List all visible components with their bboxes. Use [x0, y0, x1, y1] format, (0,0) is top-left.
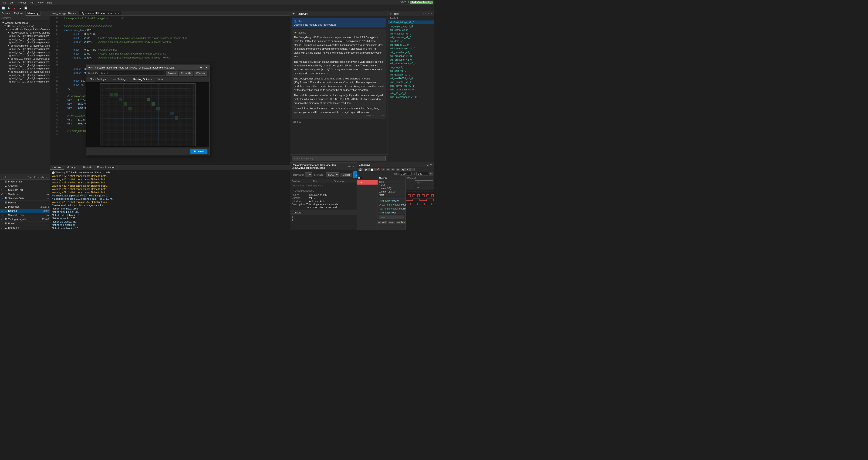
gtk-btn-cut[interactable]: ✂ [381, 168, 385, 171]
menu-project[interactable]: Project [17, 1, 27, 4]
rg-input-field[interactable] [292, 156, 386, 161]
task-sim-rtl[interactable]: ▷ ☷ Simulate RTL --- [0, 188, 50, 192]
tree-item-gen2-gf2[interactable]: gfmul_inv_u2 : gfmul_inv (gfmul.sv) [0, 80, 50, 83]
ip-item-interconnect[interactable]: axi_interconnect_v1_0 [388, 47, 434, 50]
tree-item-gen0-gf1[interactable]: gfmul_inv_u1 : gfmul_inv (gfmul.sv) [0, 51, 50, 54]
toolbar-stop[interactable]: ■ [18, 6, 23, 11]
task-sim-pnr[interactable]: ▷ ☷ Simulate PNR --- [0, 213, 50, 218]
toolbar-play[interactable]: ▶ [6, 6, 12, 11]
gtk-collapse-icon[interactable]: ▲ [427, 163, 429, 166]
menu-edit[interactable]: Edit [9, 1, 15, 4]
gtk-btn-zoom-fit-wave[interactable]: ⊞ [396, 168, 400, 171]
editor-tab-synth[interactable]: Synthesis - Utilization report ✕ [79, 11, 122, 16]
ip-item-axil-crossbar-v2[interactable]: axil_crossbar_v2_0 [388, 58, 434, 61]
gtk-append-btn[interactable]: Append [377, 221, 386, 224]
gtk-btn-prev[interactable]: ◀ [401, 168, 405, 171]
ip-item-async-fifo[interactable]: axi_async_fifo_v1_0 [388, 24, 434, 28]
gtk-btn-reload[interactable]: ↺ [410, 168, 414, 171]
task-placement[interactable]: ✓ ☷ Placement 243.535 [0, 205, 50, 209]
ip-item-axis-async-fifo[interactable]: axis_async_fifo_v0_1 [388, 84, 434, 88]
console-tab-compute[interactable]: Compute usage [95, 165, 118, 170]
tree-item-gen1[interactable]: ▼ genbk[1]/1_mixcol_u: InvMixCol slice..… [0, 57, 50, 60]
ip-item-axi-eio[interactable]: axi_eio_v0_1 [388, 65, 434, 69]
gtk-btn-copy[interactable]: 📋 [369, 168, 375, 171]
close-aes-tab[interactable]: ✕ [75, 12, 76, 15]
gtk-insert-btn[interactable]: Insert [388, 221, 396, 224]
gtk-expand-icon[interactable]: ▼ [430, 163, 432, 166]
toolbar-new[interactable]: 📄 [1, 6, 6, 11]
tree-item-gen0-gf2[interactable]: gfmul_inv_u2 : gfmul_inv (gfmul.sv) [0, 54, 50, 57]
prog-maximize-icon[interactable]: □ [350, 165, 352, 168]
vpr-close-btn[interactable]: ✕ [205, 66, 208, 69]
ip-item-crossbar-v1[interactable]: axi_crossbar_v1_0 [388, 32, 434, 35]
hardware-select[interactable] [305, 172, 312, 177]
task-synthesis[interactable]: ✓ ☷ Synthesis --- [0, 192, 50, 196]
prog-close-icon[interactable]: ✕ [353, 165, 355, 168]
ip-item-axil-crossbar-v01[interactable]: axil_crossbar_v0_1 [388, 50, 434, 54]
tree-item-gen0-gf0[interactable]: gfmul_inv_u0 : gfmul_inv (gfmul.sv) [0, 47, 50, 51]
vpr-net-settings-tab[interactable]: Net Settings [110, 77, 130, 82]
ip-item-axis-broadcast[interactable]: axis_broadcast_v1_0 [388, 88, 434, 91]
toolbar-stop-red[interactable]: ■ [12, 6, 17, 11]
task-power[interactable]: ▷ ☷ Power --- [0, 222, 50, 226]
task-packing[interactable]: ✓ ☷ Packing --- [0, 201, 50, 205]
gtk-btn-save[interactable]: 💾 [358, 168, 363, 171]
menu-view[interactable]: View [37, 1, 44, 4]
tab-hierarchy[interactable]: Hierarchy [26, 11, 40, 16]
tree-item-wrapper[interactable]: ▼ wrapper (wrapper.v) [0, 21, 50, 25]
menu-file[interactable]: File [1, 1, 7, 4]
tab-explorer[interactable]: Explorer [12, 11, 26, 16]
tree-item-gen0[interactable]: ▼ genbk[0]/mixcol_u: InvMixCol slice... [0, 44, 50, 47]
tree-item-gen1-gf0[interactable]: gfmul_inv_u0 : gfmul_inv (gfmul.sv) [0, 60, 50, 64]
ip-item-axis-adapter[interactable]: axis_adapter_v0_1 [388, 80, 434, 84]
task-bitstream[interactable]: ▷ ☷ Bitstream --- [0, 226, 50, 230]
tree-item-invmix[interactable]: ▼ InvMixColumns_u: InvMixColumns (InvMix… [0, 31, 50, 34]
task-timing[interactable]: ✓ ☷ Timing Analysis 239.02 [0, 218, 50, 222]
detect-btn[interactable]: Detect [341, 173, 352, 177]
vpr-maximize-btn[interactable]: □ [203, 66, 205, 69]
tree-item-gf1[interactable]: gfmul_inv_u1 : gfmul_inv (gfmul.sv) [0, 37, 50, 41]
gtk-btn-next[interactable]: ▶ [405, 168, 410, 171]
toolbar-save[interactable]: 💾 [23, 6, 28, 11]
console-content[interactable]: ⬤ Warning 417: Netlist connects net $fal… [50, 170, 290, 230]
tab-source[interactable]: Source [0, 11, 12, 16]
ip-item-dma[interactable]: axi_dma_v1_0 [388, 39, 434, 43]
tree-item-gen2-gf1[interactable]: gfmul_inv_u1 : gfmul_inv (gfmul.sv) [0, 77, 50, 80]
ip-item-crossbar-v2[interactable]: axi_crossbar_v2_0 [388, 35, 434, 39]
task-sim-gate[interactable]: ▷ ☷ Simulate Gate --- [0, 196, 50, 201]
editor-area[interactable]: 45 //// Wrapper for 128-bit AES decrypti… [50, 16, 290, 165]
interface-select[interactable]: JTAG [326, 172, 339, 177]
ip-item-axi-uart[interactable]: axi_uart16550_v1_0 [388, 77, 434, 80]
vpr-minimize-btn[interactable]: ─ [200, 66, 202, 69]
vpr-block-settings-tab[interactable]: Block Settings [86, 77, 110, 82]
editor-tab-aes[interactable]: aes_decrypt128.sv ✕ [50, 11, 79, 16]
ip-item-axi-quadspi[interactable]: axi_quadspi_v1_0 [388, 73, 434, 77]
task-analysis[interactable]: ✓ ☷ Analysis --- [0, 184, 50, 188]
gtk-sig-search-input[interactable] [379, 215, 404, 219]
vpr-search-btn[interactable]: Search [166, 71, 178, 76]
ip-item-axis-fifo[interactable]: axis_fifo_v0_1 [388, 91, 434, 95]
ip-pencil-icon[interactable]: ✎ [423, 12, 425, 15]
gtk-btn-zoom-out[interactable]: − [391, 168, 395, 171]
tree-item-gf0[interactable]: gfmul_inv_u0 : gfmul_inv (gfmul.sv) [0, 34, 50, 37]
menu-run[interactable]: Run [29, 1, 35, 4]
console-tab-console[interactable]: Console [50, 165, 64, 170]
menu-help[interactable]: Help [46, 1, 54, 4]
tree-item-gen2-gf0[interactable]: gfmul_inv_u0 : gfmul_inv (gfmul.sv) [0, 74, 50, 77]
task-routing[interactable]: ► ☷ Routing 239.02 [0, 209, 50, 213]
vpr-window-btn[interactable]: Window [194, 71, 208, 76]
tree-item-decrypt[interactable]: ▼ U1: decrypt (decrypt.sv) [0, 25, 50, 28]
ip-item-cdma[interactable]: axi_cdma_v2_0 [388, 28, 434, 32]
ip-item-axil-interconnect[interactable]: axil_interconnect_v0_1 [388, 61, 434, 65]
ip-item-ahb2axi[interactable]: ahb2axi_bridge_v1_0 [388, 21, 434, 24]
ip-item-axi-ocla[interactable]: axi_ocla_v1_0 [388, 69, 434, 73]
ip-item-dpram[interactable]: axi_dpram_v1_0 [388, 43, 434, 47]
gtk-btn-paste[interactable]: 📌 [375, 168, 380, 171]
vpr-search-input[interactable] [99, 71, 165, 76]
gtk-to-input[interactable] [416, 172, 428, 175]
ip-add-icon[interactable]: + [428, 12, 430, 15]
gtk-btn-zoom-in[interactable]: + [386, 168, 390, 171]
rg-content[interactable]: 👤 User Describe the module aes_decrypt12… [290, 16, 388, 154]
console-tab-messages[interactable]: Messages [64, 165, 81, 170]
tree-item-gen1-gf1[interactable]: gfmul_inv_u1 : gfmul_inv (gfmul.sv) [0, 64, 50, 67]
